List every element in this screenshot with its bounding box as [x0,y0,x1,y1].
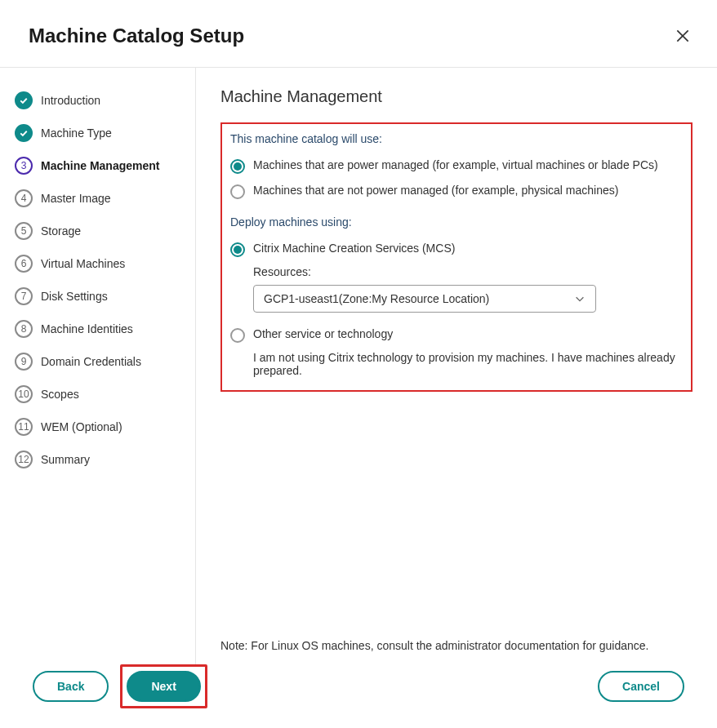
radio-label: Citrix Machine Creation Services (MCS) [253,242,455,255]
step-number-icon: 8 [15,320,33,338]
page-title: Machine Catalog Setup [29,24,244,47]
step-label: Master Image [41,192,111,205]
radio-icon [230,328,245,343]
cancel-button[interactable]: Cancel [598,671,684,702]
step-label: Virtual Machines [41,257,125,270]
radio-icon [230,159,245,174]
check-icon [15,124,33,142]
step-label: Scopes [41,388,79,401]
dialog-body: Introduction Machine Type 3 Machine Mana… [0,68,717,665]
step-label: Introduction [41,94,100,107]
radio-power-managed[interactable]: Machines that are power managed (for exa… [230,153,683,179]
radio-label: Other service or technology [253,327,393,340]
step-number-icon: 10 [15,385,33,403]
step-label: WEM (Optional) [41,420,122,433]
other-description: I am not using Citrix technology to prov… [253,351,683,377]
step-label: Domain Credentials [41,355,141,368]
footer-left-buttons: Back Next [33,664,207,708]
step-label: Machine Identities [41,322,133,335]
mcs-sub-block: Resources: GCP1-useast1(Zone:My Resource… [253,265,683,313]
deploy-label: Deploy machines using: [230,215,683,229]
resources-select[interactable]: GCP1-useast1(Zone:My Resource Location) [253,285,596,313]
sidebar-step-machine-identities[interactable]: 8 Machine Identities [15,313,195,345]
sidebar-step-scopes[interactable]: 10 Scopes [15,378,195,411]
sidebar-step-introduction[interactable]: Introduction [15,84,195,117]
highlighted-section: This machine catalog will use: Machines … [220,122,693,392]
step-number-icon: 9 [15,353,33,371]
other-sub-block: I am not using Citrix technology to prov… [253,351,683,377]
chevron-down-icon [574,293,586,304]
radio-not-power-managed[interactable]: Machines that are not power managed (for… [230,179,683,204]
resources-label: Resources: [253,265,683,278]
step-number-icon: 4 [15,189,33,207]
step-number-icon: 3 [15,157,33,175]
radio-other-service[interactable]: Other service or technology [230,322,683,348]
sidebar-step-domain-credentials[interactable]: 9 Domain Credentials [15,345,195,378]
step-number-icon: 5 [15,222,33,240]
radio-label: Machines that are power managed (for exa… [253,158,658,171]
step-label: Machine Type [41,127,112,140]
step-number-icon: 11 [15,418,33,436]
step-number-icon: 6 [15,255,33,273]
step-number-icon: 12 [15,451,33,468]
step-label: Machine Management [41,159,159,172]
radio-mcs[interactable]: Citrix Machine Creation Services (MCS) [230,237,683,262]
wizard-sidebar: Introduction Machine Type 3 Machine Mana… [0,68,196,665]
step-label: Summary [41,453,90,466]
step-label: Disk Settings [41,290,108,303]
close-icon [675,28,691,44]
check-icon [15,91,33,109]
close-button[interactable] [673,26,693,46]
radio-icon [230,242,245,257]
sidebar-step-machine-management[interactable]: 3 Machine Management [15,149,195,182]
resources-value: GCP1-useast1(Zone:My Resource Location) [264,292,489,305]
sidebar-step-summary[interactable]: 12 Summary [15,443,195,476]
next-button-highlight: Next [120,664,207,708]
radio-icon [230,184,245,199]
sidebar-step-wem[interactable]: 11 WEM (Optional) [15,411,195,443]
content-panel: Machine Management This machine catalog … [196,68,717,665]
dialog-header: Machine Catalog Setup [0,0,717,68]
next-button[interactable]: Next [127,671,200,702]
dialog-footer: Back Next Cancel [0,648,717,728]
radio-label: Machines that are not power managed (for… [253,184,618,197]
step-label: Storage [41,224,81,237]
step-number-icon: 7 [15,287,33,305]
sidebar-step-master-image[interactable]: 4 Master Image [15,182,195,215]
back-button[interactable]: Back [33,671,109,702]
sidebar-step-virtual-machines[interactable]: 6 Virtual Machines [15,247,195,280]
sidebar-step-disk-settings[interactable]: 7 Disk Settings [15,280,195,313]
sidebar-step-storage[interactable]: 5 Storage [15,215,195,247]
content-heading: Machine Management [220,87,693,106]
catalog-use-label: This machine catalog will use: [230,132,683,145]
sidebar-step-machine-type[interactable]: Machine Type [15,117,195,149]
